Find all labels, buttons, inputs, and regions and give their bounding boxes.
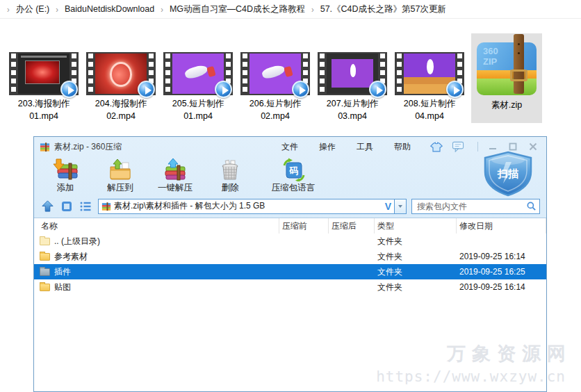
zip-file-selected[interactable]: 360ZIP 素材.zip (471, 33, 542, 123)
up-level-icon[interactable] (41, 199, 54, 213)
video-file-205[interactable]: 205.短片制作01.mp4 (163, 33, 234, 123)
row-name: 贴图 (54, 281, 71, 293)
column-type[interactable]: 类型 (375, 218, 457, 234)
menu-file[interactable]: 文件 (271, 140, 309, 154)
column-name[interactable]: 名称 (34, 218, 279, 234)
zip-belt (514, 34, 524, 94)
file-label: 206.短片制作02.mp4 (249, 98, 301, 123)
row-type: 文件夹 (375, 281, 457, 293)
archive-file-list: 名称 压缩前 压缩后 类型 修改日期 .. (上级目录) 文件夹 参考素材 文件… (34, 218, 546, 391)
file-label: 204.海报制作02.mp4 (95, 98, 147, 123)
breadcrumb-chevron-icon: › (311, 4, 314, 14)
search-icon[interactable] (526, 201, 537, 211)
play-icon (138, 81, 155, 98)
filmstrip-icon (240, 52, 310, 95)
delete-label: 删除 (222, 182, 239, 194)
extract-folder-icon (106, 158, 135, 181)
trash-icon (215, 158, 245, 181)
play-icon (369, 81, 386, 98)
row-date: 2019-09-25 16:14 (457, 252, 546, 261)
play-icon (446, 81, 464, 98)
column-date[interactable]: 修改日期 (457, 218, 546, 234)
360zip-window: 素材.zip - 360压缩 文件 操作 工具 帮助 (33, 136, 547, 392)
video-file-206[interactable]: 206.短片制作02.mp4 (240, 33, 311, 123)
row-date: 2019-09-25 16:25 (457, 267, 546, 277)
titlebar-divider (477, 142, 478, 152)
list-row-plugins-selected[interactable]: 插件 文件夹 2019-09-25 16:25 (34, 264, 546, 279)
list-header: 名称 压缩前 压缩后 类型 修改日期 (34, 218, 546, 234)
zip-icon-text: 360ZIP (483, 47, 498, 67)
address-bar[interactable]: 素材.zip\素材和插件 - 解包大小为 1.5 GB V (98, 199, 395, 214)
play-icon (215, 81, 232, 98)
menu-action[interactable]: 操作 (309, 140, 346, 154)
video-file-204[interactable]: 204.海报制作02.mp4 (85, 33, 156, 123)
column-size-before[interactable]: 压缩前 (279, 218, 329, 234)
address-history-icon[interactable]: V (385, 201, 392, 212)
filmstrip-holes (165, 54, 170, 94)
folder-icon (40, 268, 50, 276)
breadcrumb-chevron-icon: › (56, 4, 58, 14)
breadcrumb-item-baidu[interactable]: BaiduNetdiskDownload (65, 4, 154, 14)
filmstrip-icon (9, 52, 79, 95)
svg-text:码: 码 (289, 165, 299, 176)
row-name: .. (上级目录) (54, 236, 100, 247)
file-label: 素材.zip (491, 99, 522, 112)
address-row: 素材.zip\素材和插件 - 解包大小为 1.5 GB V (34, 198, 546, 218)
add-button[interactable]: 添加 (44, 158, 87, 194)
file-label: 205.短片制作01.mp4 (172, 98, 224, 123)
scan-button[interactable]: 扫描 (480, 150, 537, 200)
search-input[interactable] (416, 201, 526, 212)
zip-buckle (510, 70, 527, 81)
extract-to-button[interactable]: 解压到 (99, 158, 142, 194)
menu-help[interactable]: 帮助 (384, 140, 421, 154)
play-icon (292, 81, 309, 98)
breadcrumb-item-drive[interactable]: 办公 (E:) (16, 3, 50, 15)
list-row-textures[interactable]: 贴图 文件夹 2019-09-25 16:14 (34, 279, 546, 295)
filmstrip-holes (88, 54, 93, 94)
file-label: 208.短片制作04.mp4 (404, 98, 455, 123)
list-row-parent-dir[interactable]: .. (上级目录) 文件夹 (34, 234, 546, 249)
archive-language-label: 压缩包语言 (272, 182, 316, 194)
add-label: 添加 (57, 182, 74, 194)
filmstrip-holes (397, 54, 402, 94)
filmstrip-holes (11, 54, 16, 94)
list-row-reference-material[interactable]: 参考素材 文件夹 2019-09-25 16:14 (34, 249, 546, 264)
breadcrumb-chevron-icon: › (7, 4, 10, 14)
extract-to-label: 解压到 (107, 182, 133, 194)
scan-shield-icon: 扫描 (480, 150, 537, 197)
breadcrumb-item-course[interactable]: MG动画自习室—C4D成长之路教程 (170, 3, 305, 15)
row-name: 插件 (54, 266, 71, 278)
column-size-after[interactable]: 压缩后 (329, 218, 375, 234)
scan-label: 扫描 (497, 168, 518, 179)
feedback-bubble-icon[interactable] (452, 141, 465, 152)
video-file-208[interactable]: 208.短片制作04.mp4 (394, 33, 465, 123)
breadcrumb-chevron-icon: › (161, 4, 163, 14)
breadcrumb-item-update[interactable]: 57.《C4D成长之路》第57次更新 (320, 3, 446, 15)
video-file-203[interactable]: 203.海报制作01.mp4 (8, 33, 79, 123)
delete-button[interactable]: 删除 (208, 158, 252, 194)
search-box (411, 199, 540, 214)
filmstrip-icon (86, 52, 156, 95)
zip-mini-icon (40, 142, 50, 152)
address-dropdown-button[interactable] (395, 199, 407, 214)
filmstrip-holes (320, 54, 325, 94)
folder-icon (40, 284, 50, 291)
onekey-extract-button[interactable]: 一键解压 (154, 158, 197, 194)
folder-icon (40, 253, 50, 261)
file-label: 207.短片制作03.mp4 (327, 98, 378, 123)
breadcrumb: › 办公 (E:) › BaiduNetdiskDownload › MG动画自… (0, 0, 581, 19)
address-path: 素材.zip\素材和插件 - 解包大小为 1.5 GB (114, 200, 265, 212)
folder-icon (40, 238, 50, 245)
list-view-icon[interactable] (79, 200, 92, 213)
archive-language-icon: 码 (279, 158, 308, 181)
video-file-207[interactable]: 207.短片制作03.mp4 (317, 33, 388, 123)
archive-language-button[interactable]: 码 压缩包语言 (263, 158, 323, 194)
view-mode-icon[interactable] (60, 200, 73, 213)
onekey-extract-icon (161, 158, 190, 181)
window-titlebar: 素材.zip - 360压缩 文件 操作 工具 帮助 (34, 137, 546, 155)
menu-tools[interactable]: 工具 (346, 140, 384, 154)
menu-bar: 文件 操作 工具 帮助 (271, 140, 421, 154)
skin-tshirt-icon[interactable] (429, 142, 443, 152)
window-title: 素材.zip - 360压缩 (54, 141, 122, 153)
file-thumbnail-row: 203.海报制作01.mp4 204.海报制作02.mp4 205.短片制作01… (8, 33, 542, 123)
